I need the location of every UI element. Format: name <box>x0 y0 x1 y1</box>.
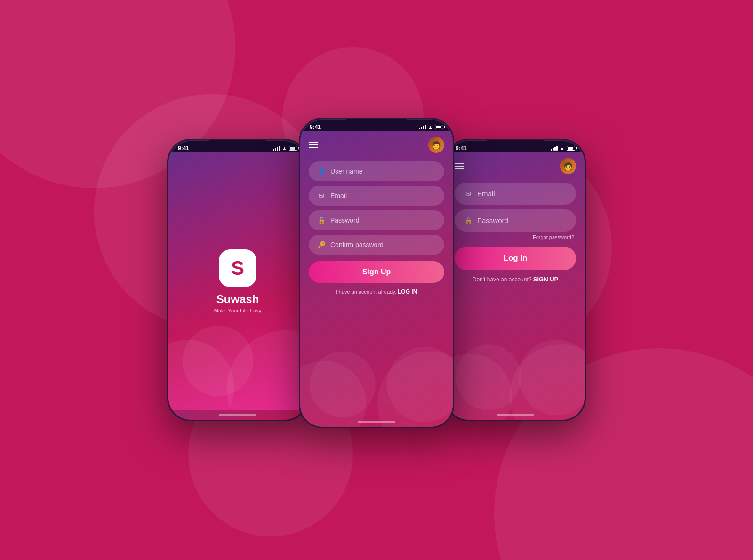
avatar-image-signup: 🧑 <box>428 137 444 153</box>
app-logo: S <box>219 249 256 287</box>
username-icon: 👤 <box>317 168 326 175</box>
home-bar-signup <box>358 421 395 423</box>
home-indicator-splash <box>168 410 307 420</box>
battery-icon-login <box>567 146 575 151</box>
password-icon-login: 🔒 <box>464 217 473 224</box>
forgot-password-link[interactable]: Forgot password? <box>455 234 576 240</box>
email-icon-signup: ✉ <box>317 192 326 200</box>
email-field-signup[interactable]: ✉ Email <box>309 186 444 206</box>
password-icon-signup: 🔒 <box>317 216 326 224</box>
email-placeholder-signup: Email <box>330 192 347 200</box>
signup-top-nav: 🧑 <box>300 131 453 157</box>
avatar-login[interactable]: 🧑 <box>560 158 576 174</box>
signup-screen: 🧑 👤 User name ✉ Email <box>300 131 453 427</box>
phone-signup: 9:41 ▲ <box>299 118 454 428</box>
status-icons-signup: ▲ <box>419 124 443 130</box>
login-screen: 🧑 ✉ Email 🔒 Password F <box>446 152 585 420</box>
signup-button[interactable]: Sign Up <box>309 261 444 283</box>
email-field-login[interactable]: ✉ Email <box>455 183 576 205</box>
notch-signup <box>346 119 407 130</box>
signup-link[interactable]: SIGN UP <box>533 276 558 283</box>
login-form: ✉ Email 🔒 Password Forgot password? Log … <box>446 178 585 410</box>
confirm-password-icon: 🔑 <box>317 241 326 248</box>
signal-icon-splash <box>273 146 280 151</box>
status-time-login: 9:41 <box>456 145 467 152</box>
wifi-icon-login: ▲ <box>560 145 565 151</box>
wifi-icon-splash: ▲ <box>282 145 287 151</box>
login-bottom-link: Don't have an account? SIGN UP <box>455 276 576 283</box>
hamburger-menu-login[interactable] <box>455 163 464 169</box>
battery-icon-signup <box>435 125 443 129</box>
notch-login <box>487 140 544 151</box>
avatar-signup[interactable]: 🧑 <box>428 137 444 153</box>
username-field[interactable]: 👤 User name <box>309 161 444 181</box>
home-indicator-login <box>446 410 585 420</box>
avatar-image-login: 🧑 <box>560 158 576 174</box>
phones-wrapper: 9:41 ▲ <box>167 132 586 428</box>
confirm-password-placeholder: Confirm password <box>330 241 384 248</box>
home-bar-login <box>497 414 534 416</box>
phone-login: 9:41 ▲ <box>445 139 586 421</box>
splash-screen: S Suwash Make Your Life Easy <box>168 152 307 410</box>
password-placeholder-login: Password <box>477 216 508 224</box>
signup-bottom-link: I have an account already. LOG IN <box>309 288 444 295</box>
status-icons-login: ▲ <box>551 145 575 151</box>
login-top-nav: 🧑 <box>446 152 585 178</box>
wifi-icon-signup: ▲ <box>428 124 433 130</box>
signal-icon-login <box>551 146 558 151</box>
login-button[interactable]: Log In <box>455 247 576 270</box>
status-time-splash: 9:41 <box>178 145 189 152</box>
app-name: Suwash <box>216 293 259 306</box>
home-bar-splash <box>219 414 256 416</box>
password-field-signup[interactable]: 🔒 Password <box>309 210 444 230</box>
battery-icon-splash <box>289 146 297 151</box>
confirm-password-field[interactable]: 🔑 Confirm password <box>309 235 444 255</box>
email-icon-login: ✉ <box>464 190 473 198</box>
app-logo-container: S Suwash Make Your Life Easy <box>214 249 261 313</box>
notch-splash <box>209 140 266 151</box>
signup-form: 👤 User name ✉ Email 🔒 Password <box>300 157 453 417</box>
status-time-signup: 9:41 <box>310 124 321 130</box>
phone-splash: 9:41 ▲ <box>167 139 308 421</box>
password-placeholder-signup: Password <box>330 216 359 224</box>
login-link[interactable]: LOG IN <box>398 288 417 295</box>
signal-icon-signup <box>419 125 426 129</box>
home-indicator-signup <box>300 417 453 427</box>
username-placeholder: User name <box>330 168 362 175</box>
app-tagline: Make Your Life Easy <box>214 308 261 313</box>
password-field-login[interactable]: 🔒 Password <box>455 209 576 232</box>
hamburger-menu-signup[interactable] <box>309 142 318 148</box>
status-icons-splash: ▲ <box>273 145 297 151</box>
email-placeholder-login: Email <box>477 190 495 198</box>
